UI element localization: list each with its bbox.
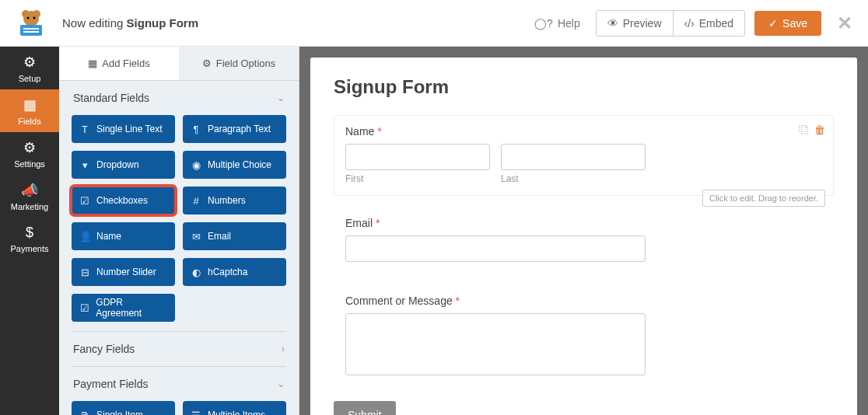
field-icon: ✉ bbox=[191, 231, 201, 242]
field-icon: T bbox=[79, 124, 90, 135]
field-btn-checkboxes[interactable]: ☑Checkboxes bbox=[72, 187, 175, 214]
section-standard-fields[interactable]: Standard Fields ⌄ bbox=[59, 81, 299, 115]
field-icon: 👤 bbox=[79, 231, 90, 242]
chevron-down-icon: ⌄ bbox=[277, 378, 285, 389]
field-btn-number-slider[interactable]: ⊟Number Slider bbox=[72, 258, 175, 286]
field-btn-name[interactable]: 👤Name bbox=[72, 222, 175, 250]
field-label: GDPR Agreement bbox=[96, 297, 167, 319]
field-btn-single-line-text[interactable]: TSingle Line Text bbox=[72, 115, 175, 143]
field-comment[interactable]: Comment or Message * bbox=[334, 284, 834, 390]
field-icon: ¶ bbox=[191, 124, 201, 135]
field-icon: ☑ bbox=[79, 302, 89, 314]
nav-payments[interactable]: $ Payments bbox=[0, 218, 59, 260]
field-btn-multiple-choice[interactable]: ◉Multiple Choice bbox=[183, 151, 286, 179]
editing-title: Now editing Signup Form bbox=[62, 16, 198, 30]
field-icon: ▾ bbox=[79, 159, 90, 171]
field-label: Number Slider bbox=[96, 267, 156, 277]
field-btn-numbers[interactable]: #Numbers bbox=[183, 187, 286, 214]
gear-icon: ⚙ bbox=[23, 54, 36, 71]
svg-point-2 bbox=[33, 10, 40, 18]
help-link[interactable]: ◯? Help bbox=[534, 17, 580, 30]
field-label: Multiple Items bbox=[208, 410, 265, 415]
svg-point-4 bbox=[33, 16, 36, 19]
field-label: Single Line Text bbox=[96, 124, 163, 134]
field-icon: 🗎 bbox=[79, 410, 90, 416]
trash-icon[interactable]: 🗑 bbox=[814, 124, 825, 136]
field-icon: # bbox=[191, 195, 201, 207]
field-name[interactable]: ⿻ 🗑 Name * First Last Click to edit. Dra… bbox=[334, 115, 834, 196]
form-title: Signup Form bbox=[334, 76, 834, 98]
section-fancy-fields[interactable]: Fancy Fields › bbox=[59, 332, 299, 366]
check-icon: ✓ bbox=[768, 17, 778, 30]
hover-tooltip: Click to edit. Drag to reorder. bbox=[702, 190, 825, 207]
sliders-icon: ⚙ bbox=[202, 58, 212, 69]
field-email[interactable]: Email * bbox=[334, 207, 834, 274]
field-label: hCaptcha bbox=[208, 267, 247, 277]
chevron-down-icon: ⌄ bbox=[277, 92, 285, 103]
field-icon: ⊟ bbox=[79, 267, 90, 278]
embed-button[interactable]: ‹/› Embed bbox=[673, 11, 745, 36]
field-icon: ☑ bbox=[79, 195, 90, 207]
tab-field-options[interactable]: ⚙ Field Options bbox=[179, 47, 299, 80]
preview-button[interactable]: 👁 Preview bbox=[597, 11, 673, 36]
tab-add-fields[interactable]: ▦ Add Fields bbox=[59, 47, 179, 80]
field-label: Paragraph Text bbox=[208, 124, 271, 134]
svg-rect-5 bbox=[20, 25, 42, 36]
field-label: Name bbox=[96, 231, 121, 242]
close-button[interactable]: ✕ bbox=[837, 12, 852, 34]
code-icon: ‹/› bbox=[684, 17, 695, 30]
first-sublabel: First bbox=[345, 173, 490, 184]
side-nav: ⚙ Setup ▦ Fields ⚙ Settings 📣 Marketing … bbox=[0, 47, 59, 415]
svg-rect-7 bbox=[23, 31, 39, 33]
logo bbox=[16, 8, 47, 39]
sliders-icon: ⚙ bbox=[23, 139, 36, 156]
field-btn-paragraph-text[interactable]: ¶Paragraph Text bbox=[183, 115, 286, 143]
field-btn-single-item[interactable]: 🗎Single Item bbox=[72, 401, 175, 415]
email-input[interactable] bbox=[345, 235, 646, 262]
field-btn-dropdown[interactable]: ▾Dropdown bbox=[72, 151, 175, 179]
nav-setup[interactable]: ⚙ Setup bbox=[0, 47, 59, 89]
last-name-input[interactable] bbox=[501, 144, 646, 170]
submit-button[interactable]: Submit bbox=[334, 401, 396, 415]
preview-area: Signup Form ⿻ 🗑 Name * First Last bbox=[299, 47, 868, 415]
section-payment-fields[interactable]: Payment Fields ⌄ bbox=[59, 367, 299, 401]
field-icon: ◉ bbox=[191, 159, 201, 171]
field-btn-hcaptcha[interactable]: ◐hCaptcha bbox=[183, 258, 286, 286]
first-name-input[interactable] bbox=[345, 144, 490, 170]
save-button[interactable]: ✓ Save bbox=[754, 11, 821, 36]
field-btn-email[interactable]: ✉Email bbox=[183, 222, 286, 250]
fields-panel: ▦ Add Fields ⚙ Field Options Standard Fi… bbox=[59, 47, 299, 415]
bullhorn-icon: 📣 bbox=[21, 182, 38, 199]
field-label: Email bbox=[208, 231, 231, 242]
field-label: Dropdown bbox=[96, 159, 139, 170]
list-icon: ▦ bbox=[23, 96, 37, 113]
svg-rect-6 bbox=[23, 28, 39, 30]
nav-settings[interactable]: ⚙ Settings bbox=[0, 132, 59, 175]
grid-icon: ▦ bbox=[88, 58, 97, 69]
last-sublabel: Last bbox=[501, 173, 646, 184]
field-label: Multiple Choice bbox=[208, 159, 271, 170]
field-label: Single Item bbox=[96, 410, 143, 415]
form-card: Signup Form ⿻ 🗑 Name * First Last bbox=[310, 58, 857, 415]
eye-icon: 👁 bbox=[607, 17, 618, 30]
copy-icon[interactable]: ⿻ bbox=[799, 124, 810, 136]
help-icon: ◯? bbox=[534, 17, 553, 30]
svg-point-3 bbox=[27, 16, 30, 19]
preview-embed-group: 👁 Preview ‹/› Embed bbox=[596, 10, 745, 37]
field-icon: ◐ bbox=[191, 267, 201, 278]
nav-fields[interactable]: ▦ Fields bbox=[0, 89, 59, 132]
dollar-icon: $ bbox=[26, 225, 33, 241]
field-btn-multiple-items[interactable]: ☰Multiple Items bbox=[183, 401, 286, 415]
top-bar: Now editing Signup Form ◯? Help 👁 Previe… bbox=[0, 0, 868, 47]
field-label: Numbers bbox=[208, 195, 246, 206]
comment-textarea[interactable] bbox=[345, 313, 646, 375]
field-icon: ☰ bbox=[191, 410, 201, 416]
chevron-right-icon: › bbox=[282, 344, 285, 354]
nav-marketing[interactable]: 📣 Marketing bbox=[0, 175, 59, 218]
field-btn-gdpr-agreement[interactable]: ☑GDPR Agreement bbox=[72, 294, 175, 322]
svg-point-1 bbox=[22, 10, 30, 18]
field-label: Checkboxes bbox=[96, 195, 148, 206]
